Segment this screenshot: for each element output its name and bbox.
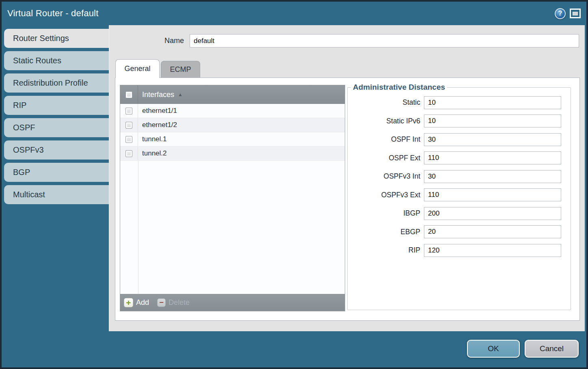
ospfv3-ext-input[interactable] bbox=[424, 188, 561, 201]
field-label: OSPFv3 Int bbox=[348, 172, 424, 181]
name-input[interactable] bbox=[190, 34, 579, 47]
ospf-int-input[interactable] bbox=[424, 133, 561, 146]
table-row[interactable]: ethernet1/2 bbox=[120, 118, 345, 132]
table-row[interactable]: tunnel.1 bbox=[120, 132, 345, 147]
admin-distances-rows: StaticStatic IPv6OSPF IntOSPF ExtOSPFv3 … bbox=[348, 96, 565, 257]
interface-name: tunnel.2 bbox=[142, 149, 167, 158]
sidebar-item-label: BGP bbox=[13, 168, 30, 177]
delete-icon: − bbox=[157, 298, 166, 307]
field-label: OSPF Ext bbox=[348, 154, 424, 162]
header-checkbox-cell bbox=[120, 85, 138, 104]
maximize-icon-inner bbox=[573, 12, 578, 15]
sidebar-item-label: RIP bbox=[13, 101, 26, 110]
row-checkbox[interactable] bbox=[125, 108, 132, 114]
static-input[interactable] bbox=[424, 96, 561, 109]
sidebar-item-redistribution-profile[interactable]: Redistribution Profile bbox=[4, 73, 109, 93]
sidebar-item-label: OSPFv3 bbox=[13, 145, 44, 155]
row-checkbox-cell bbox=[120, 132, 138, 146]
ospf-ext-input[interactable] bbox=[424, 151, 561, 164]
maximize-icon[interactable] bbox=[570, 9, 581, 18]
field-row: OSPF Int bbox=[348, 133, 565, 146]
add-icon: + bbox=[124, 298, 133, 307]
table-row[interactable]: tunnel.2 bbox=[120, 147, 345, 161]
cancel-button[interactable]: Cancel bbox=[525, 340, 579, 358]
sort-ascending-icon: ▲ bbox=[178, 92, 183, 97]
help-icon-glyph: ? bbox=[558, 10, 562, 17]
interfaces-header-label: Interfaces bbox=[142, 91, 174, 99]
row-checkbox[interactable] bbox=[125, 150, 132, 157]
sidebar-item-label: OSPF bbox=[13, 123, 35, 132]
field-row: RIP bbox=[348, 244, 565, 257]
ospfv3-int-input[interactable] bbox=[424, 170, 561, 183]
title-bar: Virtual Router - default ? bbox=[2, 2, 586, 25]
delete-button-label: Delete bbox=[169, 298, 190, 307]
sidebar: Router SettingsStatic RoutesRedistributi… bbox=[4, 29, 109, 207]
add-button-label: Add bbox=[136, 298, 149, 307]
tab-general-label: General bbox=[124, 65, 150, 73]
sidebar-item-label: Multicast bbox=[13, 190, 45, 199]
help-icon[interactable]: ? bbox=[555, 8, 566, 19]
field-row: OSPF Ext bbox=[348, 151, 565, 165]
interfaces-table-toolbar: + Add − Delete bbox=[120, 294, 345, 311]
sidebar-item-label: Router Settings bbox=[13, 34, 69, 43]
sidebar-item-ospfv3[interactable]: OSPFv3 bbox=[4, 140, 109, 160]
sidebar-item-label: Static Routes bbox=[13, 56, 61, 65]
field-label: OSPFv3 Ext bbox=[348, 191, 424, 199]
tab-general[interactable]: General bbox=[115, 59, 160, 78]
row-checkbox[interactable] bbox=[125, 136, 132, 143]
general-tab-panel: Interfaces ▲ ethernet1/1ethernet1/2tunne… bbox=[115, 78, 580, 321]
title-bar-icons: ? bbox=[555, 2, 581, 25]
field-row: OSPFv3 Ext bbox=[348, 188, 565, 202]
rip-input[interactable] bbox=[424, 244, 561, 257]
interface-name: tunnel.1 bbox=[142, 135, 167, 143]
sidebar-item-bgp[interactable]: BGP bbox=[4, 163, 109, 182]
field-label: EBGP bbox=[348, 228, 424, 236]
delete-button[interactable]: − Delete bbox=[157, 298, 190, 307]
field-label: Static bbox=[348, 98, 424, 107]
admin-distances-title: Administrative Distances bbox=[351, 83, 447, 92]
sidebar-item-rip[interactable]: RIP bbox=[4, 96, 109, 115]
row-checkbox-cell bbox=[120, 104, 138, 118]
field-label: RIP bbox=[348, 246, 424, 255]
interface-name: ethernet1/1 bbox=[142, 107, 177, 115]
row-checkbox[interactable] bbox=[125, 122, 132, 129]
sidebar-item-label: Redistribution Profile bbox=[13, 78, 88, 88]
field-row: Static IPv6 bbox=[348, 114, 565, 128]
name-label: Name bbox=[109, 34, 187, 47]
sidebar-item-ospf[interactable]: OSPF bbox=[4, 118, 109, 137]
interfaces-table-body: ethernet1/1ethernet1/2tunnel.1tunnel.2 bbox=[120, 104, 345, 294]
tab-ecmp[interactable]: ECMP bbox=[161, 61, 200, 78]
select-all-checkbox[interactable] bbox=[125, 91, 132, 98]
sidebar-item-multicast[interactable]: Multicast bbox=[4, 185, 109, 204]
field-row: IBGP bbox=[348, 207, 565, 220]
ibgp-input[interactable] bbox=[424, 207, 561, 220]
dialog-title: Virtual Router - default bbox=[7, 8, 99, 19]
sidebar-item-static-routes[interactable]: Static Routes bbox=[4, 51, 109, 70]
name-row: Name bbox=[109, 34, 585, 47]
sidebar-item-router-settings[interactable]: Router Settings bbox=[4, 29, 109, 48]
ok-button[interactable]: OK bbox=[467, 340, 520, 358]
interfaces-column-header[interactable]: Interfaces ▲ bbox=[120, 85, 345, 104]
table-row[interactable]: ethernet1/1 bbox=[120, 104, 345, 118]
static-ipv6-input[interactable] bbox=[424, 114, 561, 127]
cancel-button-label: Cancel bbox=[540, 344, 564, 353]
ebgp-input[interactable] bbox=[424, 225, 561, 238]
field-label: Static IPv6 bbox=[348, 117, 424, 125]
field-row: EBGP bbox=[348, 225, 565, 239]
main-panel: Name ECMP General Interfaces ▲ ethernet1… bbox=[109, 25, 585, 331]
virtual-router-dialog: Virtual Router - default ? Router Settin… bbox=[0, 0, 588, 369]
field-label: OSPF Int bbox=[348, 135, 424, 144]
tab-ecmp-label: ECMP bbox=[170, 65, 191, 74]
field-row: OSPFv3 Int bbox=[348, 170, 565, 183]
add-button[interactable]: + Add bbox=[124, 298, 149, 307]
field-row: Static bbox=[348, 96, 565, 109]
interface-name: ethernet1/2 bbox=[142, 121, 177, 129]
row-checkbox-cell bbox=[120, 147, 138, 160]
admin-distances-group: Administrative Distances StaticStatic IP… bbox=[347, 83, 571, 310]
interfaces-table: Interfaces ▲ ethernet1/1ethernet1/2tunne… bbox=[120, 85, 345, 311]
ok-button-label: OK bbox=[488, 344, 499, 353]
row-checkbox-cell bbox=[120, 118, 138, 132]
field-label: IBGP bbox=[348, 209, 424, 218]
